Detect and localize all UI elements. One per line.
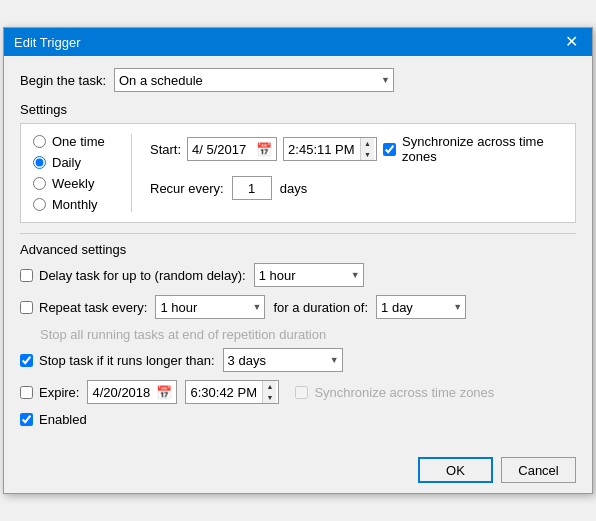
stop-task-select[interactable]: 3 days — [223, 348, 343, 372]
dialog-title: Edit Trigger — [14, 35, 80, 50]
duration-label: for a duration of: — [273, 300, 368, 315]
expire-time-up-button[interactable]: ▲ — [263, 381, 276, 392]
stop-task-label: Stop task if it runs longer than: — [39, 353, 215, 368]
expire-date-field[interactable] — [92, 385, 152, 400]
recur-unit: days — [280, 181, 307, 196]
settings-section-label: Settings — [20, 102, 576, 117]
radio-daily[interactable]: Daily — [33, 155, 123, 170]
begin-task-select[interactable]: On a schedule — [114, 68, 394, 92]
schedule-radio-group: One time Daily Weekly Monthly — [33, 134, 123, 212]
repeat-row: Repeat task every: 1 hour for a duration… — [20, 295, 576, 319]
duration-select[interactable]: 1 day — [376, 295, 466, 319]
delay-checkbox-wrap[interactable]: Delay task for up to (random delay): — [20, 268, 246, 283]
repeat-checkbox[interactable] — [20, 301, 33, 314]
footer: OK Cancel — [4, 447, 592, 493]
enabled-row: Enabled — [20, 412, 576, 427]
delay-label: Delay task for up to (random delay): — [39, 268, 246, 283]
delay-checkbox[interactable] — [20, 269, 33, 282]
expire-date-calendar-button[interactable]: 📅 — [154, 385, 174, 400]
stop-task-checkbox-wrap[interactable]: Stop task if it runs longer than: — [20, 353, 215, 368]
start-row: Start: 📅 ▲ ▼ — [150, 134, 563, 164]
expire-sync-label: Synchronize across time zones — [314, 385, 494, 400]
expire-sync-checkbox-wrap[interactable]: Synchronize across time zones — [295, 385, 494, 400]
duration-select-wrap: 1 day — [376, 295, 466, 319]
repeat-select[interactable]: 1 hour — [155, 295, 265, 319]
ok-button[interactable]: OK — [418, 457, 493, 483]
start-date-field[interactable] — [192, 142, 252, 157]
edit-trigger-dialog: Edit Trigger ✕ Begin the task: On a sche… — [3, 27, 593, 494]
sync-checkbox-wrap[interactable]: Synchronize across time zones — [383, 134, 563, 164]
start-label: Start: — [150, 142, 181, 157]
stop-running-label: Stop all running tasks at end of repetit… — [40, 327, 326, 342]
enabled-checkbox-wrap[interactable]: Enabled — [20, 412, 87, 427]
start-time-input[interactable]: ▲ ▼ — [283, 137, 377, 161]
enabled-checkbox[interactable] — [20, 413, 33, 426]
recur-row: Recur every: days — [150, 176, 563, 200]
expire-time-down-button[interactable]: ▼ — [263, 392, 276, 403]
start-time-field[interactable] — [288, 142, 358, 157]
start-time-down-button[interactable]: ▼ — [361, 149, 374, 160]
stop-running-row: Stop all running tasks at end of repetit… — [40, 327, 576, 342]
repeat-select-wrap: 1 hour — [155, 295, 265, 319]
cancel-button[interactable]: Cancel — [501, 457, 576, 483]
expire-checkbox-wrap[interactable]: Expire: — [20, 385, 79, 400]
advanced-label: Advanced settings — [20, 242, 576, 257]
enabled-label: Enabled — [39, 412, 87, 427]
delay-row: Delay task for up to (random delay): 1 h… — [20, 263, 576, 287]
close-button[interactable]: ✕ — [561, 34, 582, 50]
sync-checkbox[interactable] — [383, 143, 396, 156]
begin-task-label: Begin the task: — [20, 73, 106, 88]
expire-time-input[interactable]: ▲ ▼ — [185, 380, 279, 404]
expire-row: Expire: 📅 ▲ ▼ Synchronize across time zo… — [20, 380, 576, 404]
delay-select[interactable]: 1 hour — [254, 263, 364, 287]
radio-monthly[interactable]: Monthly — [33, 197, 123, 212]
settings-right-panel: Start: 📅 ▲ ▼ — [140, 134, 563, 212]
stop-task-checkbox[interactable] — [20, 354, 33, 367]
settings-box: One time Daily Weekly Monthly — [20, 123, 576, 223]
stop-task-select-wrap: 3 days — [223, 348, 343, 372]
stop-task-row: Stop task if it runs longer than: 3 days — [20, 348, 576, 372]
repeat-label: Repeat task every: — [39, 300, 147, 315]
repeat-checkbox-wrap[interactable]: Repeat task every: — [20, 300, 147, 315]
radio-one-time[interactable]: One time — [33, 134, 123, 149]
expire-date-input[interactable]: 📅 — [87, 380, 177, 404]
advanced-section: Advanced settings Delay task for up to (… — [20, 242, 576, 427]
expire-time-field[interactable] — [190, 385, 260, 400]
title-bar: Edit Trigger ✕ — [4, 28, 592, 56]
start-time-up-button[interactable]: ▲ — [361, 138, 374, 149]
sync-label: Synchronize across time zones — [402, 134, 563, 164]
recur-value-input[interactable] — [232, 176, 272, 200]
start-date-input[interactable]: 📅 — [187, 137, 277, 161]
begin-task-select-wrap: On a schedule — [114, 68, 394, 92]
expire-sync-checkbox[interactable] — [295, 386, 308, 399]
radio-weekly[interactable]: Weekly — [33, 176, 123, 191]
expire-checkbox[interactable] — [20, 386, 33, 399]
expire-label: Expire: — [39, 385, 79, 400]
delay-select-wrap: 1 hour — [254, 263, 364, 287]
expire-time-spinner: ▲ ▼ — [262, 381, 276, 403]
start-date-calendar-button[interactable]: 📅 — [254, 142, 274, 157]
start-time-spinner: ▲ ▼ — [360, 138, 374, 160]
recur-label: Recur every: — [150, 181, 224, 196]
